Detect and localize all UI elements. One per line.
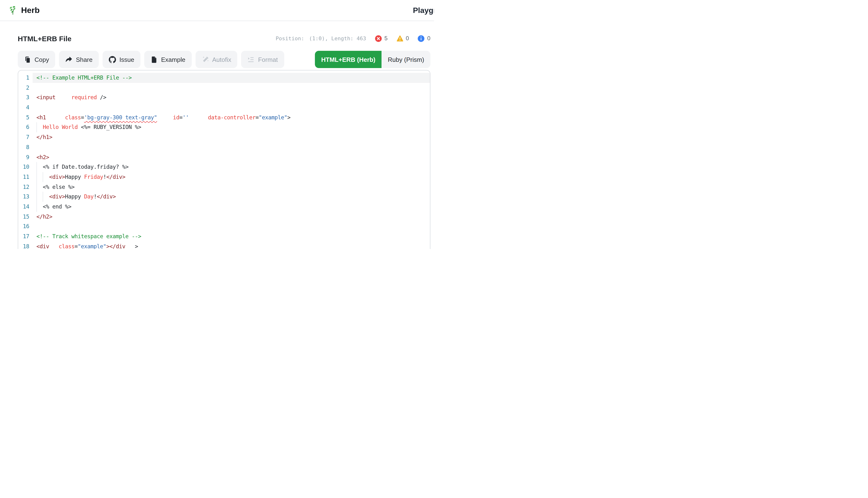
editor-line[interactable]: 15</h2> <box>18 212 430 221</box>
line-content: <!-- Example HTML+ERB File --> <box>32 73 430 83</box>
editor-line[interactable]: 5<h1 class='bg-gray-300 text-gray" id=''… <box>18 113 430 122</box>
line-number: 11 <box>18 172 32 182</box>
info-badge: 0 <box>418 35 430 42</box>
editor-line[interactable]: 1<!-- Example HTML+ERB File --> <box>18 73 430 83</box>
editor-line[interactable]: 13 <div>Happy Day!</div> <box>18 192 430 202</box>
line-number: 10 <box>18 162 32 172</box>
editor-line[interactable]: 4 <box>18 103 430 113</box>
editor-lines: 1<!-- Example HTML+ERB File -->23<input … <box>18 70 430 249</box>
code-editor[interactable]: 1<!-- Example HTML+ERB File -->23<input … <box>18 70 430 249</box>
line-number: 9 <box>18 152 32 162</box>
line-content: <!-- Track whitespace example --> <box>32 232 430 241</box>
share-button[interactable]: Share <box>59 51 99 68</box>
source-panel-title: HTML+ERB File <box>18 34 71 42</box>
herb-leaf-icon <box>8 5 18 15</box>
error-circle-icon <box>375 35 382 42</box>
info-circle-icon <box>418 35 425 42</box>
github-icon <box>109 56 116 63</box>
warning-badge: 0 <box>396 35 409 42</box>
line-number: 13 <box>18 192 32 202</box>
button-label: Issue <box>119 56 134 63</box>
line-number: 2 <box>18 83 32 92</box>
line-content: <h2> <box>32 152 430 162</box>
line-number: 14 <box>18 202 32 212</box>
autofix-button[interactable]: Autofix <box>195 51 237 68</box>
line-number: 6 <box>18 122 32 132</box>
line-number: 17 <box>18 232 32 241</box>
example-button[interactable]: Example <box>144 51 192 68</box>
copy-button[interactable]: Copy <box>18 51 55 68</box>
button-label: Copy <box>35 56 49 63</box>
editor-line[interactable]: 11 <div>Happy Friday!</div> <box>18 172 430 182</box>
line-content: <input required /> <box>32 93 430 103</box>
main-content: HTML+ERB File Position: (1:0), Length: 4… <box>0 21 434 249</box>
indent-guide <box>37 122 37 132</box>
line-content <box>32 103 430 113</box>
line-number: 4 <box>18 103 32 113</box>
header: Herb Playground Prism Playground → Docum… <box>0 0 434 21</box>
share-icon <box>65 56 73 63</box>
editor-line[interactable]: 17<!-- Track whitespace example --> <box>18 232 430 241</box>
line-content: </h2> <box>32 212 430 221</box>
editor-line[interactable]: 6 Hello World <%= RUBY_VERSION %> <box>18 122 430 132</box>
position-value: (1:0), Length: 463 <box>309 35 366 41</box>
line-content: <% else %> <box>32 182 430 192</box>
line-content: <div>Happy Friday!</div> <box>32 172 430 182</box>
brand[interactable]: Herb <box>8 5 40 15</box>
line-number: 16 <box>18 222 32 232</box>
button-label: Format <box>258 56 278 63</box>
warning-count: 0 <box>406 35 409 42</box>
editor-line[interactable]: 3<input required /> <box>18 93 430 103</box>
format-button[interactable]: Format <box>241 51 284 68</box>
line-content: <% if Date.today.friday? %> <box>32 162 430 172</box>
position-label: Position: <box>276 35 304 41</box>
line-number: 7 <box>18 132 32 142</box>
indent-icon <box>248 56 255 63</box>
info-count: 0 <box>427 35 430 42</box>
copy-icon <box>24 56 31 63</box>
line-content: Hello World <%= RUBY_VERSION %> <box>32 122 430 132</box>
line-content <box>32 83 430 92</box>
editor-line[interactable]: 7</h1> <box>18 132 430 142</box>
mode-ruby-prism-[interactable]: Ruby (Prism) <box>382 51 430 68</box>
language-mode-toggle: HTML+ERB (Herb)Ruby (Prism) <box>315 51 430 68</box>
indent-guide <box>37 182 37 192</box>
page-title: Playground <box>0 6 434 15</box>
editor-line[interactable]: 9<h2> <box>18 152 430 162</box>
error-count: 5 <box>384 35 387 42</box>
indent-guide <box>43 172 43 182</box>
mode-html-erb-herb-[interactable]: HTML+ERB (Herb) <box>315 51 382 68</box>
file-icon <box>150 56 158 63</box>
line-number: 1 <box>18 73 32 83</box>
editor-line[interactable]: 10 <% if Date.today.friday? %> <box>18 162 430 172</box>
editor-line[interactable]: 16 <box>18 222 430 232</box>
indent-guide <box>37 192 37 202</box>
editor-line[interactable]: 18<div class="example"></div > <box>18 241 430 249</box>
button-label: Share <box>76 56 92 63</box>
position-meta: Position: (1:0), Length: 463 5 0 0 <box>276 35 430 42</box>
editor-line[interactable]: 12 <% else %> <box>18 182 430 192</box>
warning-triangle-icon <box>396 35 403 42</box>
line-content <box>32 222 430 232</box>
wand-icon <box>201 56 209 63</box>
indent-guide <box>43 192 43 202</box>
indent-guide <box>37 172 37 182</box>
indent-guide <box>37 202 37 212</box>
line-content: </h1> <box>32 132 430 142</box>
editor-line[interactable]: 2 <box>18 83 430 92</box>
editor-line[interactable]: 8 <box>18 142 430 152</box>
line-number: 8 <box>18 142 32 152</box>
line-content: <div class="example"></div > <box>32 241 430 249</box>
source-panel: HTML+ERB File Position: (1:0), Length: 4… <box>18 32 430 249</box>
button-label: Autofix <box>212 56 231 63</box>
indent-guide <box>37 162 37 172</box>
issue-button[interactable]: Issue <box>103 51 141 68</box>
error-badge: 5 <box>375 35 387 42</box>
line-number: 12 <box>18 182 32 192</box>
line-content: <div>Happy Day!</div> <box>32 192 430 202</box>
line-number: 15 <box>18 212 32 221</box>
editor-line[interactable]: 14 <% end %> <box>18 202 430 212</box>
line-number: 18 <box>18 241 32 249</box>
line-content: <h1 class='bg-gray-300 text-gray" id='' … <box>32 113 430 122</box>
line-content <box>32 142 430 152</box>
